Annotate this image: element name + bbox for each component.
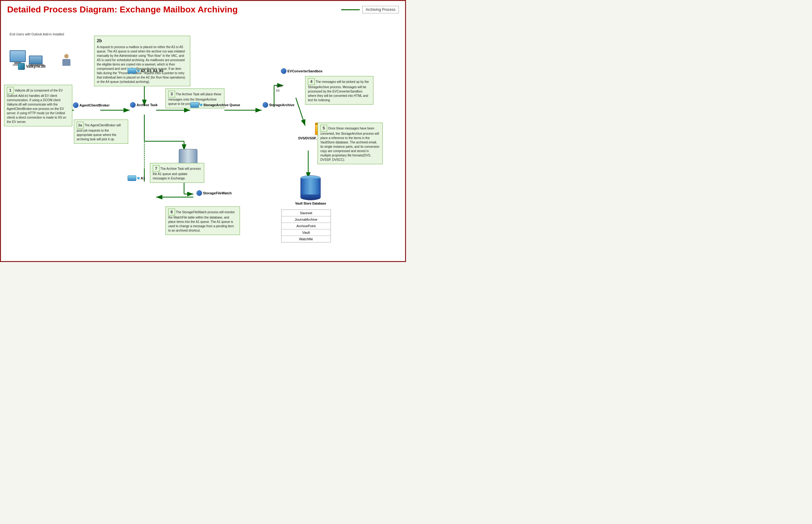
step-2a-badge: 2a — [77, 122, 83, 129]
ev-converter-label: EVConverterSandbox — [287, 69, 322, 73]
storage-archive-queue-area: StorageArchive Queue — [190, 102, 240, 108]
valkyrie-icon-area: Valkyrie.dll — [18, 63, 46, 70]
info-box-5-text: Once these messages have been converted,… — [320, 127, 379, 161]
storage-archive-queue-label: StorageArchive Queue — [203, 103, 240, 107]
svg-line-16 — [296, 98, 305, 126]
archive-task-label: Archive Task — [136, 103, 158, 107]
db-table: Saveset JournalArchive ArchivePoint Vaul… — [281, 210, 331, 243]
info-box-1: 1 Valkyrie.dll (a component of the EV Ou… — [4, 85, 72, 126]
info-box-6: 6 The StorageFileWatch process will moni… — [165, 207, 240, 235]
info-box-2b-text: A request to process a mailbox is placed… — [97, 45, 187, 84]
main-title: Detailed Process Diagram: Exchange Mailb… — [7, 5, 238, 15]
main-container: Detailed Process Diagram: Exchange Mailb… — [0, 0, 406, 262]
info-box-5: 5 Once these messages have been converte… — [317, 122, 383, 164]
step-5-badge: 5 — [320, 125, 327, 132]
step-4-badge: 4 — [308, 78, 315, 85]
storage-archive-area: StorageArchive — [263, 102, 294, 108]
storage-file-watch-label: StorageFileWatch — [203, 191, 232, 195]
queue-a2-label: A2, A3, A4, A5 — [140, 69, 163, 72]
queue-a1-label: A1 — [140, 176, 145, 180]
storage-file-watch-area: StorageFileWatch — [197, 190, 232, 196]
ev-converter-area: EVConverterSandbox — [281, 68, 322, 75]
queue-a2-a3-a4-a5-area: A2, A3, A4, A5 — [128, 68, 163, 74]
txt-label: txt — [276, 88, 282, 93]
info-box-4: 4 The messages will be picked up by the … — [305, 76, 374, 104]
agent-client-broker-label: AgentClientBroker — [80, 103, 110, 107]
vault-store-area: Vault Store Database — [295, 175, 326, 206]
queue-a1-area: A1 — [128, 175, 145, 182]
db-row-saveset: Saveset — [282, 210, 331, 216]
archive-task-area: Archive Task — [130, 102, 158, 108]
html-label: html — [276, 84, 282, 88]
vault-store-label: Vault Store Database — [295, 201, 326, 206]
db-row-archivepoint: ArchivePoint — [282, 223, 331, 229]
info-box-2b: 2b A request to process a mailbox is pla… — [94, 36, 190, 86]
step-6-badge: 6 — [168, 209, 175, 215]
info-box-4-text: The messages will be picked up by the St… — [308, 80, 369, 102]
db-row-journal: JournalArchive — [282, 216, 331, 223]
end-users-group: End Users with Outlook Add-in Installed — [10, 33, 64, 66]
storage-archive-label: StorageArchive — [269, 103, 294, 107]
info-box-6-text: The StorageFileWatch process will monito… — [168, 211, 235, 232]
db-row-watchfile: Watchfile — [282, 236, 331, 242]
legend-box: Archiving Process — [362, 6, 399, 13]
info-box-7: 7 The Archive Task will process the A1 q… — [150, 163, 204, 183]
html-txt-labels: html txt — [276, 84, 282, 93]
info-box-7-text: The Archive Task will process the A1 que… — [153, 167, 201, 180]
info-box-2a-text: The AgentClientBroker will post job requ… — [77, 124, 121, 141]
valkyrie-label: Valkyrie.dll — [26, 64, 46, 69]
step-7-badge: 7 — [153, 165, 160, 172]
step-3-badge: 3 — [168, 91, 175, 97]
legend-area: Archiving Process — [341, 6, 399, 13]
agent-client-broker-area: AgentClientBroker — [73, 102, 110, 109]
step-1-badge: 1 — [7, 87, 14, 94]
info-box-1-text: Valkyrie.dll (a component of the EV Outl… — [7, 89, 66, 124]
title-area: Detailed Process Diagram: Exchange Mailb… — [1, 1, 405, 17]
step-2b-badge: 2b — [97, 38, 187, 44]
diagram-area: End Users with Outlook Add-in Installed — [1, 17, 405, 257]
db-row-vault: Vault — [282, 229, 331, 236]
legend-line — [341, 9, 360, 10]
info-box-2a: 2a The AgentClientBroker will post job r… — [74, 119, 128, 144]
end-users-label: End Users with Outlook Add-in Installed — [10, 33, 64, 36]
